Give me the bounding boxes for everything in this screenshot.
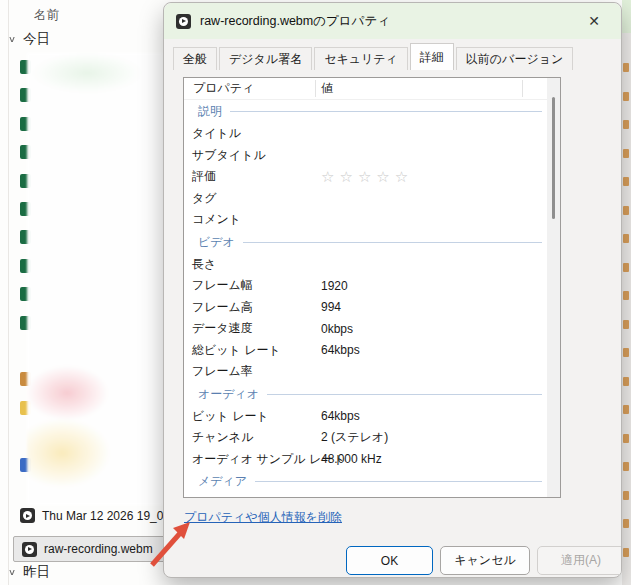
property-value: 0kbps (321, 322, 353, 336)
section-header[interactable]: ビデオ (184, 231, 546, 254)
property-label: 評価 (192, 168, 216, 185)
property-label: コメント (192, 211, 241, 228)
background-file-icon (623, 519, 629, 528)
property-row[interactable]: データ速度0kbps (184, 318, 546, 340)
background-file-icon (623, 548, 629, 557)
dialog-titlebar: raw-recording.webmのプロパティ ✕ (164, 3, 621, 39)
property-label: タグ (192, 190, 217, 207)
background-file-icon (623, 263, 629, 272)
property-row[interactable]: タグ (184, 188, 546, 210)
property-value: 64kbps (321, 343, 360, 357)
group-today[interactable]: ∨ 今日 (8, 30, 50, 48)
file-name: raw-recording.webm (44, 542, 153, 556)
property-label: データ速度 (192, 320, 253, 337)
background-file-icon (623, 234, 629, 243)
section-header[interactable]: オーディオ (184, 383, 546, 406)
column-divider (522, 80, 523, 97)
background-file-icon (623, 63, 629, 72)
property-label: ビット レート (192, 408, 269, 425)
background-file-icon (623, 348, 629, 357)
webm-file-icon (176, 14, 191, 29)
tab-1[interactable]: デジタル署名 (219, 47, 312, 70)
close-icon[interactable]: ✕ (579, 8, 609, 34)
property-row[interactable]: フレーム高994 (184, 297, 546, 319)
background-file-icon (623, 206, 629, 215)
property-row[interactable]: サブタイトル (184, 145, 546, 167)
background-file-icon (623, 377, 629, 386)
property-row[interactable]: フレーム幅1920 (184, 275, 546, 297)
property-value: 1920 (321, 279, 348, 293)
section-divider-line (243, 242, 542, 243)
property-label: 長さ (192, 256, 216, 273)
property-list[interactable]: プロパティ 値 説明タイトルサブタイトル評価☆☆☆☆☆タグコメントビデオ長さフレ… (183, 77, 561, 498)
property-list-header: プロパティ 値 (184, 78, 560, 100)
screen: 名前 ∨ 今日 Thu Mar 12 2026 19_02 raw-record… (0, 0, 631, 585)
chevron-down-icon[interactable]: ∨ (8, 567, 16, 577)
cancel-button[interactable]: キャンセル (440, 546, 530, 575)
section-divider-line (230, 111, 542, 112)
file-row-thu-mar[interactable]: Thu Mar 12 2026 19_02 (20, 508, 165, 523)
column-divider (315, 80, 316, 97)
background-file-icon (623, 291, 629, 300)
scrollbar-thumb[interactable] (552, 97, 555, 219)
background-file-icon (623, 177, 629, 186)
section-divider-line (267, 394, 542, 395)
column-property[interactable]: プロパティ (184, 80, 312, 97)
remove-properties-link[interactable]: プロパティや個人情報を削除 (184, 509, 342, 526)
property-row[interactable]: 総ビット レート64kbps (184, 340, 546, 362)
chevron-down-icon[interactable]: ∨ (8, 34, 16, 44)
property-value: 48.000 kHz (321, 452, 382, 466)
property-label: サブタイトル (192, 147, 266, 164)
background-file-icon (623, 434, 629, 443)
tab-0[interactable]: 全般 (173, 47, 217, 70)
property-value: 2 (ステレオ) (321, 429, 388, 446)
background-file-icon (623, 92, 629, 101)
property-row[interactable]: 評価☆☆☆☆☆ (184, 166, 546, 188)
media-file-icon (22, 542, 37, 557)
dialog-title: raw-recording.webmのプロパティ (200, 13, 570, 30)
apply-button[interactable]: 適用(A) (537, 546, 622, 575)
property-row[interactable]: ビット レート64kbps (184, 406, 546, 428)
background-file-icon (623, 405, 629, 414)
section-header[interactable]: 説明 (184, 100, 546, 123)
file-row-raw-recording[interactable]: raw-recording.webm (13, 536, 165, 562)
scrollbar[interactable] (547, 78, 560, 497)
column-header-name[interactable]: 名前 (34, 7, 59, 24)
property-row[interactable]: 参加アーティスト (184, 493, 546, 498)
background-file-icon (623, 320, 629, 329)
property-value: 64kbps (321, 409, 360, 423)
property-row[interactable]: フレーム率 (184, 361, 546, 383)
property-row[interactable]: コメント (184, 209, 546, 231)
dialog-buttons: OK キャンセル 適用(A) (164, 546, 621, 576)
tab-strip: 全般デジタル署名セキュリティ詳細以前のバージョン (173, 43, 612, 70)
property-label: チャンネル (192, 429, 253, 446)
section-header[interactable]: メディア (184, 470, 546, 493)
media-file-icon (20, 508, 35, 523)
blurred-file-list (27, 53, 163, 505)
property-row[interactable]: オーディオ サンプル レート48.000 kHz (184, 449, 546, 471)
property-label: フレーム高 (192, 299, 253, 316)
tab-4[interactable]: 以前のバージョン (456, 47, 573, 70)
tab-3[interactable]: 詳細 (410, 43, 454, 70)
property-label: タイトル (192, 125, 241, 142)
properties-dialog: raw-recording.webmのプロパティ ✕ 全般デジタル署名セキュリテ… (163, 2, 622, 578)
pane-divider (8, 0, 9, 585)
property-label: 総ビット レート (192, 342, 281, 359)
group-today-label: 今日 (23, 30, 50, 48)
background-window-header (622, 0, 631, 33)
property-label: フレーム率 (192, 363, 253, 380)
property-row[interactable]: チャンネル2 (ステレオ) (184, 427, 546, 449)
group-yesterday[interactable]: ∨ 昨日 (8, 563, 50, 581)
background-window-sliver (622, 0, 631, 585)
ok-button[interactable]: OK (346, 546, 433, 575)
background-file-icon (623, 491, 629, 500)
background-file-icon (623, 462, 629, 471)
rating-stars-icon: ☆☆☆☆☆ (321, 168, 413, 186)
property-label: フレーム幅 (192, 277, 253, 294)
property-row[interactable]: タイトル (184, 123, 546, 145)
property-value: 994 (321, 300, 341, 314)
file-name: Thu Mar 12 2026 19_02 (42, 509, 165, 523)
property-rows: 説明タイトルサブタイトル評価☆☆☆☆☆タグコメントビデオ長さフレーム幅1920フ… (184, 100, 546, 498)
property-row[interactable]: 長さ (184, 254, 546, 276)
tab-2[interactable]: セキュリティ (314, 47, 408, 70)
